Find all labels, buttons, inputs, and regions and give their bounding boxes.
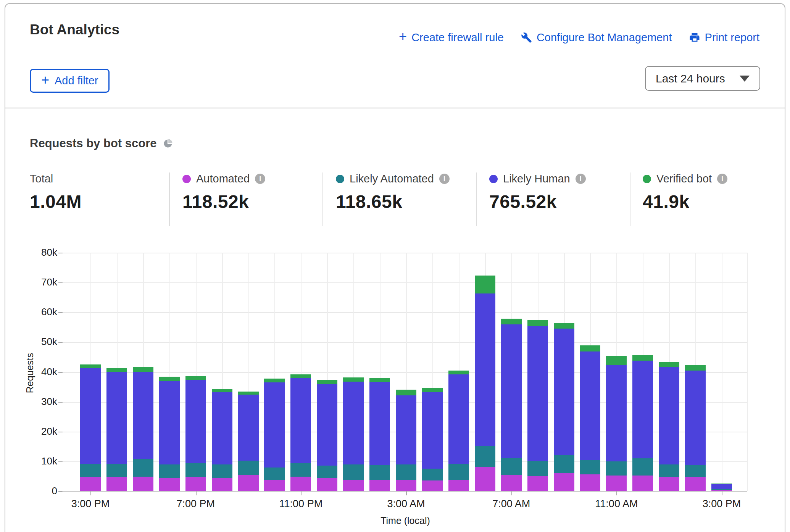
bar-segment-verified-bot[interactable] — [264, 379, 285, 382]
info-icon[interactable]: i — [439, 174, 450, 184]
bar-segment-likely-automated[interactable] — [290, 463, 311, 477]
bar-segment-automated[interactable] — [159, 478, 180, 491]
bar-segment-likely-human[interactable] — [369, 382, 390, 465]
bar-segment-likely-human[interactable] — [659, 367, 679, 464]
bar-segment-likely-human[interactable] — [527, 326, 548, 461]
bar-segment-automated[interactable] — [238, 475, 259, 491]
bar-segment-automated[interactable] — [264, 480, 285, 491]
info-icon[interactable]: i — [255, 174, 265, 184]
bar[interactable] — [343, 377, 364, 491]
bar-segment-likely-human[interactable] — [606, 365, 627, 461]
bar-segment-automated[interactable] — [554, 473, 574, 491]
info-icon[interactable]: i — [576, 174, 586, 184]
bar[interactable] — [685, 365, 706, 491]
bar-segment-likely-automated[interactable] — [475, 446, 495, 467]
bar[interactable] — [396, 390, 416, 491]
bar[interactable] — [422, 388, 443, 491]
bar-segment-automated[interactable] — [501, 475, 522, 491]
bar-segment-likely-human[interactable] — [396, 395, 416, 464]
bar-segment-likely-human[interactable] — [159, 381, 180, 465]
bar-segment-automated[interactable] — [711, 490, 732, 491]
bar-segment-verified-bot[interactable] — [527, 320, 548, 326]
bar-segment-verified-bot[interactable] — [475, 276, 495, 293]
bar-segment-likely-automated[interactable] — [711, 489, 732, 490]
bar-segment-likely-human[interactable] — [317, 384, 337, 466]
bar-segment-automated[interactable] — [106, 477, 127, 491]
bar-segment-likely-human[interactable] — [501, 324, 522, 458]
bar-segment-verified-bot[interactable] — [343, 377, 364, 381]
bar[interactable] — [264, 379, 285, 491]
bar[interactable] — [554, 323, 574, 491]
bar-segment-automated[interactable] — [343, 480, 364, 491]
configure-bot-management-link[interactable]: Configure Bot Management — [521, 31, 672, 44]
bar-segment-verified-bot[interactable] — [290, 374, 311, 378]
bar-segment-likely-automated[interactable] — [606, 461, 627, 476]
bar-segment-verified-bot[interactable] — [80, 364, 101, 368]
bar[interactable] — [501, 319, 522, 491]
bar-segment-likely-human[interactable] — [685, 371, 706, 465]
bar-segment-automated[interactable] — [475, 467, 495, 491]
bar[interactable] — [212, 389, 232, 491]
bar-segment-likely-human[interactable] — [554, 329, 574, 455]
bar-segment-likely-automated[interactable] — [185, 463, 206, 477]
bar-segment-likely-automated[interactable] — [212, 464, 232, 479]
bar-segment-likely-automated[interactable] — [448, 464, 469, 479]
info-icon[interactable]: i — [717, 174, 727, 184]
bar-segment-likely-human[interactable] — [475, 293, 495, 446]
bar[interactable] — [527, 320, 548, 491]
bar-segment-automated[interactable] — [527, 476, 548, 491]
bar-segment-likely-human[interactable] — [133, 372, 153, 459]
bar-segment-likely-human[interactable] — [632, 361, 653, 458]
bar-segment-likely-human[interactable] — [290, 378, 311, 463]
bar[interactable] — [606, 356, 627, 491]
bar-segment-likely-automated[interactable] — [632, 458, 653, 476]
bar-segment-likely-human[interactable] — [343, 382, 364, 464]
bar-segment-verified-bot[interactable] — [317, 380, 337, 384]
bar-segment-likely-automated[interactable] — [238, 461, 259, 475]
bar-segment-verified-bot[interactable] — [396, 390, 416, 395]
bar-segment-likely-human[interactable] — [448, 374, 469, 464]
bar-segment-likely-human[interactable] — [238, 395, 259, 461]
bar-segment-likely-automated[interactable] — [369, 465, 390, 479]
bar-segment-likely-human[interactable] — [580, 351, 600, 460]
bar-segment-likely-automated[interactable] — [317, 466, 337, 479]
bar-segment-likely-automated[interactable] — [685, 465, 706, 477]
bar-segment-automated[interactable] — [448, 480, 469, 491]
time-range-dropdown[interactable]: Last 24 hours — [645, 66, 760, 91]
bar-segment-automated[interactable] — [317, 478, 337, 491]
bar-segment-verified-bot[interactable] — [369, 378, 390, 382]
bar-segment-verified-bot[interactable] — [501, 319, 522, 325]
bar-segment-likely-automated[interactable] — [80, 464, 101, 477]
bar-segment-automated[interactable] — [369, 480, 390, 491]
bar-segment-automated[interactable] — [632, 476, 653, 491]
bar-segment-likely-human[interactable] — [264, 382, 285, 468]
bar[interactable] — [80, 364, 101, 491]
bar-segment-automated[interactable] — [685, 477, 706, 491]
bar-segment-verified-bot[interactable] — [448, 371, 469, 374]
bar-segment-automated[interactable] — [606, 476, 627, 491]
bar[interactable] — [580, 345, 600, 491]
bar-segment-verified-bot[interactable] — [685, 365, 706, 371]
bar[interactable] — [317, 380, 337, 491]
bar-segment-likely-automated[interactable] — [501, 458, 522, 475]
bar-segment-verified-bot[interactable] — [238, 392, 259, 395]
bar-segment-automated[interactable] — [422, 480, 443, 491]
bar-segment-verified-bot[interactable] — [185, 376, 206, 380]
bar-segment-likely-automated[interactable] — [527, 461, 548, 476]
bar-segment-likely-automated[interactable] — [159, 464, 180, 478]
bar-segment-verified-bot[interactable] — [580, 345, 600, 351]
add-filter-button[interactable]: + Add filter — [30, 69, 110, 93]
bar[interactable] — [475, 276, 495, 491]
bar-segment-likely-automated[interactable] — [554, 455, 574, 473]
bar-segment-verified-bot[interactable] — [606, 356, 627, 365]
bar[interactable] — [369, 378, 390, 491]
bar-segment-likely-automated[interactable] — [396, 464, 416, 479]
bar-segment-likely-automated[interactable] — [264, 468, 285, 480]
bar-segment-likely-human[interactable] — [711, 484, 732, 489]
bar-segment-automated[interactable] — [290, 477, 311, 491]
bar[interactable] — [659, 362, 679, 491]
bar-segment-likely-automated[interactable] — [422, 469, 443, 480]
bar[interactable] — [448, 371, 469, 491]
bar-segment-likely-human[interactable] — [106, 372, 127, 464]
bar-segment-likely-automated[interactable] — [580, 460, 600, 474]
